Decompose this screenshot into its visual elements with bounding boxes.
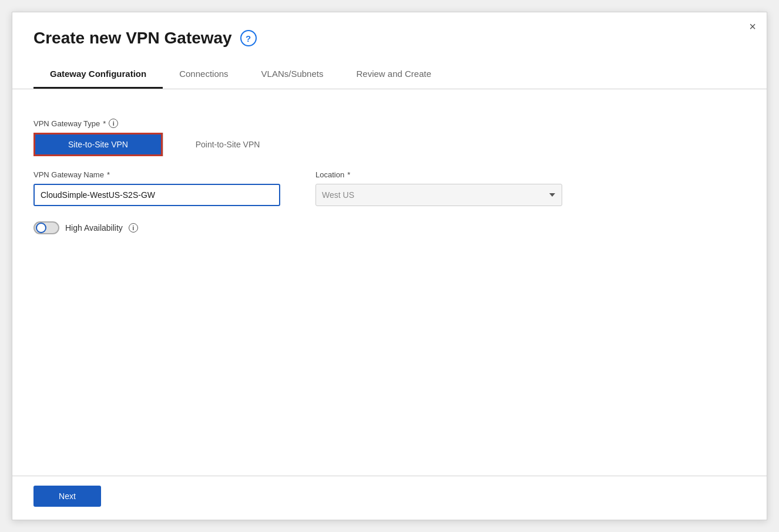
next-button[interactable]: Next xyxy=(33,486,101,507)
tab-review-create[interactable]: Review and Create xyxy=(340,58,448,89)
required-star-type: * xyxy=(103,119,106,128)
point-to-site-button[interactable]: Point-to-Site VPN xyxy=(163,133,292,156)
create-vpn-gateway-dialog: × Create new VPN Gateway ? Gateway Confi… xyxy=(12,12,767,520)
gateway-name-input[interactable] xyxy=(33,184,280,206)
vpn-type-toggle-group: Site-to-Site VPN Point-to-Site VPN xyxy=(33,133,292,156)
high-availability-row: High Availability i xyxy=(33,221,746,234)
dialog-header: Create new VPN Gateway ? xyxy=(12,12,767,58)
dialog-footer: Next xyxy=(12,476,767,520)
high-availability-toggle[interactable] xyxy=(33,221,59,234)
gateway-name-group: VPN Gateway Name * xyxy=(33,170,280,206)
required-star-name: * xyxy=(107,170,110,179)
site-to-site-button[interactable]: Site-to-Site VPN xyxy=(33,133,163,156)
gateway-name-label: VPN Gateway Name * xyxy=(33,170,280,179)
close-button[interactable]: × xyxy=(749,21,756,32)
help-icon[interactable]: ? xyxy=(240,30,257,46)
title-row: Create new VPN Gateway ? xyxy=(33,29,746,48)
vpn-type-section: VPN Gateway Type * i Site-to-Site VPN Po… xyxy=(33,119,746,156)
tab-connections[interactable]: Connections xyxy=(163,58,244,89)
required-star-location: * xyxy=(347,170,350,179)
dialog-title: Create new VPN Gateway xyxy=(33,29,232,48)
location-select[interactable]: West US East US Central US xyxy=(315,184,562,206)
tab-gateway-configuration[interactable]: Gateway Configuration xyxy=(33,58,163,89)
dialog-body: VPN Gateway Type * i Site-to-Site VPN Po… xyxy=(12,89,767,476)
vpn-type-label: VPN Gateway Type * i xyxy=(33,119,746,128)
tabs-row: Gateway Configuration Connections VLANs/… xyxy=(12,58,767,89)
name-location-row: VPN Gateway Name * Location * West US Ea… xyxy=(33,170,746,206)
location-select-wrapper: West US East US Central US xyxy=(315,184,562,206)
location-label: Location * xyxy=(315,170,562,179)
vpn-type-info-icon[interactable]: i xyxy=(109,119,118,128)
location-group: Location * West US East US Central US xyxy=(315,170,562,206)
high-availability-info-icon[interactable]: i xyxy=(129,223,138,233)
high-availability-label: High Availability xyxy=(65,223,123,233)
toggle-knob xyxy=(36,223,46,233)
tab-vlans-subnets[interactable]: VLANs/Subnets xyxy=(245,58,340,89)
